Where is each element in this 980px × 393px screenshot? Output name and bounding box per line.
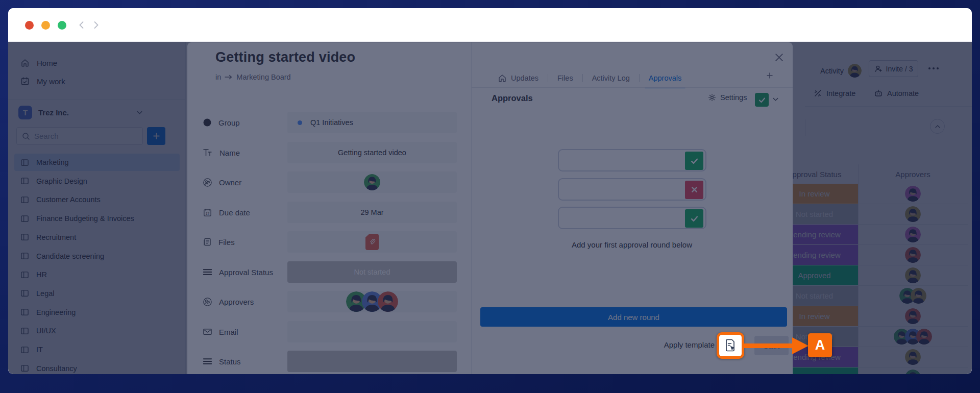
minimize-window-button[interactable] (41, 21, 50, 30)
tour-step-badge: A (808, 333, 832, 357)
zoom-window-button[interactable] (58, 21, 66, 30)
app-content: HomeMy work T Trez Inc. MarketingGraphic… (8, 42, 972, 374)
apply-template-button[interactable] (717, 332, 744, 359)
apply-template-icon (724, 338, 737, 353)
close-window-button[interactable] (25, 21, 34, 30)
tour-arrow (743, 335, 810, 358)
window-chrome (8, 8, 972, 42)
nav-back-icon[interactable] (77, 20, 87, 32)
tour-overlay (8, 42, 972, 374)
nav-forward-icon[interactable] (91, 20, 101, 32)
app-window: HomeMy work T Trez Inc. MarketingGraphic… (8, 8, 972, 374)
